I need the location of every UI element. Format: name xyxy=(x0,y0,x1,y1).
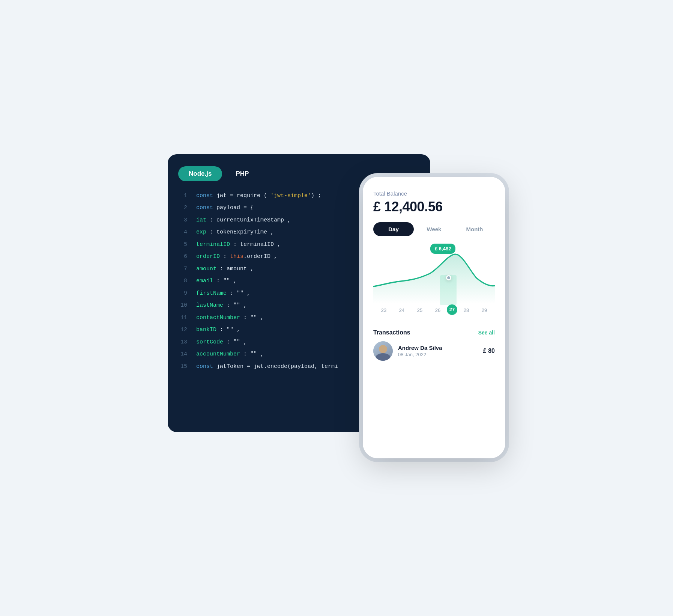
line-content: amount : amount , xyxy=(196,265,254,274)
transaction-item: Andrew Da Silva 08 Jan, 2022 £ 80 xyxy=(373,341,495,361)
line-content: firstName : "" , xyxy=(196,289,250,298)
line-number: 7 xyxy=(178,265,187,274)
x-label-26: 26 xyxy=(429,307,447,313)
line-number: 3 xyxy=(178,216,187,225)
code-token: bankID xyxy=(196,327,216,333)
line-number: 1 xyxy=(178,192,187,200)
line-content: sortCode : "" , xyxy=(196,338,247,347)
code-token: sortCode xyxy=(196,339,223,345)
transaction-info: Andrew Da Silva 08 Jan, 2022 xyxy=(398,345,478,357)
code-token: ) ; xyxy=(311,193,321,199)
code-token: : "" , xyxy=(223,339,247,345)
line-content: const payload = { xyxy=(196,204,254,212)
x-label-28: 28 xyxy=(457,307,475,313)
transaction-name: Andrew Da Silva xyxy=(398,345,478,351)
code-token: const xyxy=(196,193,213,199)
code-token: : "" , xyxy=(223,302,247,309)
code-token: email xyxy=(196,278,213,284)
chart-area: £ 6,482 23 24 25 26 27 xyxy=(373,244,495,319)
line-content: const jwt = require ( 'jwt-simple') ; xyxy=(196,192,321,200)
line-content: bankID : "" , xyxy=(196,326,240,334)
tab-php[interactable]: PHP xyxy=(228,166,256,181)
code-token: amount xyxy=(196,266,216,272)
period-tab-month[interactable]: Month xyxy=(454,222,495,236)
x-label-25: 25 xyxy=(411,307,429,313)
x-label-24: 24 xyxy=(393,307,411,313)
transactions-header: Transactions See all xyxy=(373,329,495,336)
scene: Node.js PHP 1const jwt = require ( 'jwt-… xyxy=(168,154,505,462)
code-token: : xyxy=(220,253,230,260)
line-number: 4 xyxy=(178,228,187,237)
x-label-27[interactable]: 27 xyxy=(447,304,457,315)
line-number: 8 xyxy=(178,277,187,286)
x-label-29: 29 xyxy=(475,307,493,313)
x-label-23: 23 xyxy=(375,307,393,313)
x-axis: 23 24 25 26 27 28 29 xyxy=(373,306,495,315)
phone-panel: Total Balance £ 12,400.56 Day Week Month… xyxy=(363,177,505,458)
code-token: 'jwt-simple' xyxy=(270,193,311,199)
code-token: : tokenExpiryTime , xyxy=(206,229,274,235)
code-token: accountNumber xyxy=(196,351,240,357)
line-content: accountNumber : "" , xyxy=(196,350,264,359)
code-token: exp xyxy=(196,229,206,235)
tab-nodejs[interactable]: Node.js xyxy=(178,166,222,181)
chart-tooltip: £ 6,482 xyxy=(430,244,455,254)
line-number: 5 xyxy=(178,241,187,249)
chart-dot xyxy=(446,275,451,280)
transactions-section: Transactions See all Andrew Da Silva 08 … xyxy=(373,329,495,361)
period-tab-week[interactable]: Week xyxy=(414,222,454,236)
balance-amount: £ 12,400.56 xyxy=(373,199,495,215)
code-token: : "" , xyxy=(240,351,264,357)
line-number: 13 xyxy=(178,338,187,347)
line-number: 14 xyxy=(178,350,187,359)
code-token: : currentUnixTimeStamp , xyxy=(206,217,291,223)
code-token: terminalID xyxy=(196,241,230,248)
code-token: : "" , xyxy=(240,315,264,321)
code-token: lastName xyxy=(196,302,223,309)
code-token: const xyxy=(196,363,213,370)
line-content: orderID : this.orderID , xyxy=(196,253,277,261)
transaction-amount: £ 80 xyxy=(483,348,495,354)
code-token: : "" , xyxy=(216,327,240,333)
line-content: terminalID : terminalID , xyxy=(196,241,281,249)
code-token: firstName xyxy=(196,290,227,297)
line-number: 10 xyxy=(178,301,187,310)
code-token: orderID xyxy=(196,253,220,260)
line-number: 15 xyxy=(178,363,187,371)
code-token: iat xyxy=(196,217,206,223)
code-token: jwtToken = jwt.encode(payload, termi xyxy=(213,363,338,370)
code-token: const xyxy=(196,205,213,211)
code-token: this xyxy=(230,253,243,260)
line-number: 12 xyxy=(178,326,187,334)
code-token: : terminalID , xyxy=(230,241,281,248)
line-number: 11 xyxy=(178,314,187,322)
line-content: contactNumber : "" , xyxy=(196,314,264,322)
line-content: email : "" , xyxy=(196,277,237,286)
line-content: iat : currentUnixTimeStamp , xyxy=(196,216,291,225)
line-number: 2 xyxy=(178,204,187,212)
code-token: : amount , xyxy=(216,266,254,272)
code-token: : "" , xyxy=(227,290,250,297)
line-number: 9 xyxy=(178,289,187,298)
transaction-date: 08 Jan, 2022 xyxy=(398,352,478,357)
period-tabs: Day Week Month xyxy=(373,222,495,236)
line-number: 6 xyxy=(178,253,187,261)
code-token: contactNumber xyxy=(196,315,240,321)
code-token: : "" , xyxy=(213,278,237,284)
see-all-link[interactable]: See all xyxy=(478,330,495,336)
avatar-body xyxy=(376,353,390,361)
avatar-inner xyxy=(373,341,393,361)
transactions-title: Transactions xyxy=(373,329,410,336)
balance-label: Total Balance xyxy=(373,190,495,197)
code-token: .orderID , xyxy=(243,253,277,260)
code-token: payload = { xyxy=(213,205,254,211)
period-tab-day[interactable]: Day xyxy=(373,222,414,236)
code-token: jwt = require ( xyxy=(213,193,270,199)
avatar-head xyxy=(379,345,387,353)
line-content: lastName : "" , xyxy=(196,301,247,310)
avatar xyxy=(373,341,393,361)
line-content: exp : tokenExpiryTime , xyxy=(196,228,274,237)
line-content: const jwtToken = jwt.encode(payload, ter… xyxy=(196,363,338,371)
